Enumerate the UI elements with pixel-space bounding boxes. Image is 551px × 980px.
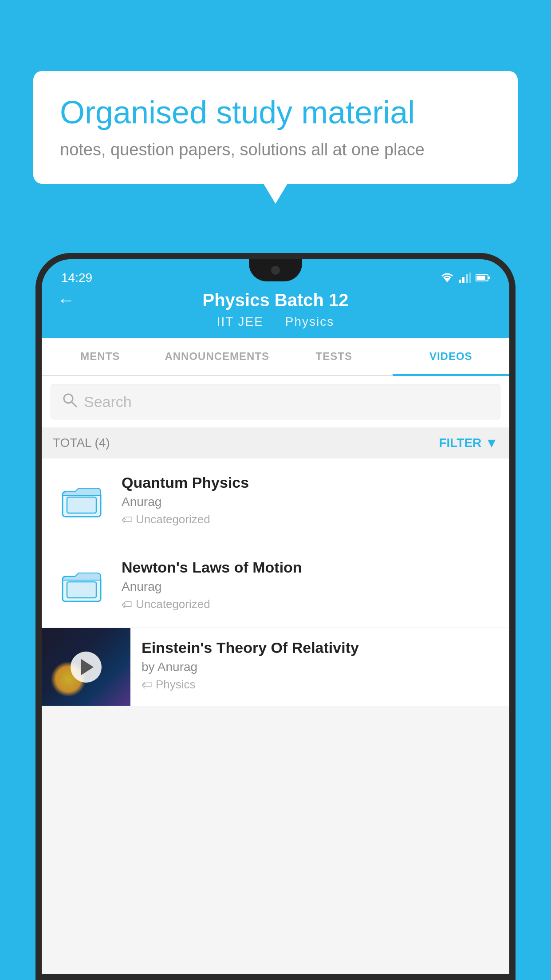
tag-label-2: Uncategorized [136, 597, 210, 611]
search-placeholder: Search [84, 393, 132, 411]
volume-button [35, 408, 42, 444]
speech-bubble-container: Organised study material notes, question… [33, 71, 518, 184]
svg-rect-3 [466, 274, 468, 283]
bubble-title: Organised study material [60, 93, 491, 131]
svg-rect-4 [469, 273, 471, 283]
video-tag: 🏷 Uncategorized [122, 513, 498, 526]
tag-label-3: Physics [156, 678, 196, 692]
list-item[interactable]: Newton's Laws of Motion Anurag 🏷 Uncateg… [42, 543, 509, 628]
total-label: TOTAL (4) [53, 436, 110, 450]
svg-rect-7 [488, 277, 490, 279]
header-title: Physics Batch 12 [77, 290, 474, 310]
front-camera [271, 266, 280, 275]
folder-icon-wrap [53, 474, 110, 527]
list-item[interactable]: Einstein's Theory Of Relativity by Anura… [42, 628, 509, 706]
status-time: 14:29 [61, 271, 92, 285]
list-item[interactable]: Quantum Physics Anurag 🏷 Uncategorized [42, 458, 509, 543]
video-tag-2: 🏷 Uncategorized [122, 597, 498, 611]
search-bar[interactable]: Search [51, 384, 500, 419]
phone-frame: 14:29 [35, 253, 516, 980]
tag-icon: 🏷 [122, 514, 132, 526]
svg-rect-2 [462, 277, 464, 283]
video-thumbnail [42, 628, 130, 706]
folder-icon [62, 481, 102, 521]
bubble-subtitle: notes, question papers, solutions all at… [60, 140, 491, 159]
video-info-3: Einstein's Theory Of Relativity by Anura… [142, 628, 509, 703]
svg-rect-1 [459, 280, 461, 283]
wifi-icon [440, 273, 454, 283]
back-button[interactable]: ← [55, 288, 77, 312]
power-button [509, 386, 516, 413]
video-info-2: Newton's Laws of Motion Anurag 🏷 Uncateg… [122, 559, 498, 611]
video-author-2: Anurag [122, 580, 498, 594]
svg-marker-0 [444, 278, 451, 282]
video-title: Quantum Physics [122, 474, 498, 491]
speech-bubble: Organised study material notes, question… [33, 71, 518, 184]
volume-button-right [509, 431, 516, 475]
folder-icon-wrap-2 [53, 559, 110, 612]
video-author-3: by Anurag [142, 660, 498, 674]
tab-videos[interactable]: VIDEOS [393, 338, 510, 375]
battery-icon [476, 274, 490, 282]
app-content: 14:29 [42, 259, 509, 980]
filter-bar: TOTAL (4) FILTER ▼ [42, 427, 509, 458]
tab-tests[interactable]: TESTS [276, 338, 393, 375]
tab-ments[interactable]: MENTS [42, 338, 159, 375]
header-top-row: ← Physics Batch 12 [42, 288, 509, 312]
video-tag-3: 🏷 Physics [142, 678, 498, 692]
svg-rect-6 [476, 276, 485, 280]
video-title-3: Einstein's Theory Of Relativity [142, 639, 498, 656]
tag-icon-3: 🏷 [142, 679, 152, 691]
filter-label: FILTER [439, 436, 481, 450]
svg-rect-11 [67, 497, 96, 513]
tag-icon-2: 🏷 [122, 598, 132, 611]
folder-icon-2 [62, 565, 102, 605]
header-subtitle-left: IIT JEE [217, 315, 264, 328]
tabs-bar: MENTS ANNOUNCEMENTS TESTS VIDEOS [42, 338, 509, 376]
header-subtitle: IIT JEE Physics [217, 315, 335, 329]
video-list: Quantum Physics Anurag 🏷 Uncategorized [42, 458, 509, 706]
video-title-2: Newton's Laws of Motion [122, 559, 498, 576]
video-info: Quantum Physics Anurag 🏷 Uncategorized [122, 474, 498, 526]
status-icons [440, 273, 490, 283]
filter-icon: ▼ [485, 435, 498, 450]
svg-rect-13 [67, 582, 96, 598]
filter-button[interactable]: FILTER ▼ [439, 435, 498, 450]
play-button[interactable] [71, 652, 102, 683]
signal-icon [459, 273, 471, 283]
header-subtitle-right: Physics [285, 315, 334, 328]
notch [249, 259, 302, 281]
tab-announcements[interactable]: ANNOUNCEMENTS [159, 338, 276, 375]
search-container: Search [42, 376, 509, 427]
play-triangle [81, 659, 94, 675]
tag-label: Uncategorized [136, 513, 210, 526]
search-icon [62, 392, 77, 411]
video-author: Anurag [122, 495, 498, 509]
svg-line-9 [71, 402, 76, 407]
